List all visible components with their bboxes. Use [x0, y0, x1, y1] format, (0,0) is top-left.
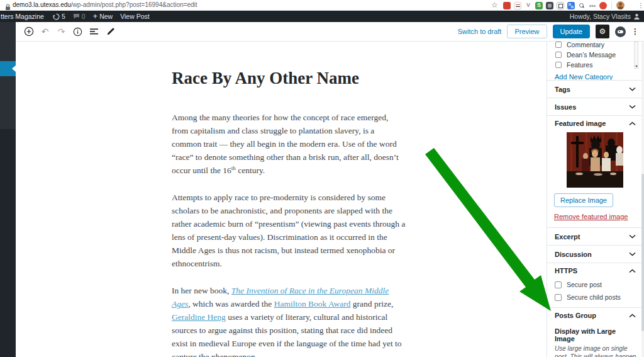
list-view-button[interactable]	[89, 26, 99, 37]
browser-profile-avatar[interactable]	[616, 1, 625, 9]
extension-icon-v[interactable]: V	[525, 2, 532, 9]
user-icon	[633, 13, 640, 20]
extension-icon-red-circle[interactable]	[599, 2, 607, 9]
update-button[interactable]: Update	[553, 25, 590, 38]
https-options: Secure postSecure child posts	[547, 278, 644, 303]
superscript-text: th	[231, 165, 236, 171]
wp-admin-bar: tters Magazine 5 0 + New View Post Howdy…	[0, 11, 644, 22]
paragraph-text: century.	[236, 166, 265, 175]
categories-panel: CommentaryDean’s MessageFeatures Add New…	[547, 42, 644, 81]
category-list-scrollbar[interactable]	[634, 42, 638, 69]
plugin-icon[interactable]	[615, 26, 626, 37]
category-list: CommentaryDean’s MessageFeatures	[547, 42, 644, 70]
category-row[interactable]: Features	[547, 60, 644, 70]
category-row[interactable]: Commentary	[547, 42, 644, 50]
extension-icon-red-square[interactable]	[503, 2, 511, 9]
scrollbar-thumb[interactable]	[641, 174, 644, 331]
excerpt-panel-header[interactable]: Excerpt	[547, 228, 644, 245]
extension-icon-blue-mosaic[interactable]	[567, 2, 575, 9]
category-label: Commentary	[567, 42, 604, 48]
category-label: Features	[567, 61, 592, 69]
https-option-row[interactable]: Secure child posts	[547, 291, 644, 303]
https-panel: HTTPS Secure postSecure child posts	[547, 263, 644, 308]
settings-sidebar: CommentaryDean’s MessageFeatures Add New…	[547, 42, 644, 357]
new-label: New	[99, 13, 113, 20]
issues-panel: Issues	[547, 98, 644, 116]
https-option-label: Secure post	[567, 281, 602, 288]
content-link[interactable]: Geraldine Heng	[172, 312, 226, 322]
paragraph-text: In her new book,	[172, 286, 231, 295]
tags-panel-header[interactable]: Tags	[547, 81, 644, 98]
edit-pencil-icon[interactable]	[105, 26, 116, 37]
undo-button[interactable]: ↶	[40, 26, 50, 37]
browser-menu-icon[interactable]: ⋮	[638, 1, 644, 10]
switch-to-draft-button[interactable]: Switch to draft	[458, 28, 502, 35]
plus-icon: +	[93, 13, 98, 20]
url-domain: demo3.la.utexas.edu	[13, 1, 71, 8]
remove-featured-image-link[interactable]: Remove featured image	[554, 213, 628, 220]
posts-group-panel-header[interactable]: Posts Group	[547, 308, 644, 323]
options-menu-icon[interactable]: ⋮	[631, 27, 639, 36]
details-info-button[interactable]	[72, 26, 83, 37]
post-paragraph[interactable]: Among the many theories for how the conc…	[172, 111, 406, 177]
large-image-setting-title: Display with Large Image	[555, 327, 636, 343]
chevron-down-icon	[629, 234, 636, 239]
post-paragraph[interactable]: In her new book, The Invention of Race i…	[172, 284, 406, 357]
posts-group-panel: Posts Group Display with Large Image Use…	[547, 308, 644, 357]
category-label: Dean’s Message	[567, 51, 616, 59]
content-link[interactable]: Hamilton Book Award	[274, 299, 351, 309]
redo-button[interactable]: ↷	[56, 26, 67, 37]
https-panel-header[interactable]: HTTPS	[547, 263, 644, 278]
post-body: Among the many theories for how the conc…	[172, 111, 406, 357]
extension-icon-s[interactable]: S	[535, 2, 543, 9]
category-row[interactable]: Dean’s Message	[547, 50, 644, 60]
comments-count: 0	[82, 13, 86, 20]
scroll-down-arrow-icon[interactable]	[635, 65, 638, 67]
comments-icon	[73, 13, 80, 20]
admin-bar-site-name[interactable]: tters Magazine	[1, 13, 44, 20]
replace-image-button[interactable]: Replace Image	[554, 193, 613, 207]
add-new-category-link[interactable]: Add New Category	[555, 73, 613, 81]
url-path: /wp-admin/post.php?post=16994&action=edi…	[71, 1, 197, 8]
https-checkbox[interactable]	[555, 281, 562, 288]
extension-icon-grid[interactable]	[557, 2, 564, 9]
https-option-row[interactable]: Secure post	[547, 278, 644, 291]
featured-image-panel-header[interactable]: Featured image	[547, 116, 644, 131]
window-scrollbar[interactable]	[641, 42, 644, 357]
chevron-up-icon	[629, 122, 636, 126]
post-paragraph[interactable]: Attempts to apply race to pre-modernity …	[172, 191, 406, 270]
extension-icon-magnifier[interactable]	[578, 2, 586, 9]
posts-group-panel-label: Posts Group	[555, 312, 596, 319]
extension-icon-stripes[interactable]	[514, 2, 521, 9]
excerpt-panel-label: Excerpt	[555, 233, 580, 241]
paragraph-text: Attempts to apply race to pre-modernity …	[172, 193, 406, 268]
tags-panel-label: Tags	[555, 86, 570, 93]
preview-button[interactable]: Preview	[507, 25, 547, 38]
howdy-text[interactable]: Howdy, Stacy Vlasits	[570, 13, 631, 20]
category-checkbox[interactable]	[555, 52, 562, 58]
https-checkbox[interactable]	[555, 294, 562, 301]
chevron-up-icon	[629, 269, 636, 273]
discussion-panel-header[interactable]: Discussion	[547, 246, 644, 263]
paragraph-text: grand prize,	[350, 299, 393, 309]
category-checkbox[interactable]	[555, 42, 562, 48]
extension-icon-dark-square[interactable]	[546, 2, 553, 9]
browser-url-bar: demo3.la.utexas.edu/wp-admin/post.php?po…	[0, 0, 644, 11]
featured-image-thumbnail[interactable]	[567, 132, 623, 188]
category-checkbox[interactable]	[555, 62, 562, 68]
settings-gear-button[interactable]: ⚙	[596, 25, 609, 38]
admin-bar-comments[interactable]: 0	[73, 13, 86, 20]
discussion-panel: Discussion	[547, 246, 644, 263]
issues-panel-header[interactable]: Issues	[547, 98, 644, 115]
bookmark-star-icon[interactable]: ☆	[491, 0, 498, 11]
extension-icon-css[interactable]: css	[589, 2, 596, 9]
admin-bar-view-post[interactable]: View Post	[120, 13, 150, 20]
excerpt-panel: Excerpt	[547, 228, 644, 246]
admin-bar-new-button[interactable]: + New	[93, 13, 113, 20]
post-title[interactable]: Race By Any Other Name	[172, 68, 406, 88]
admin-bar-updates[interactable]: 5	[53, 13, 65, 20]
address-bar[interactable]: demo3.la.utexas.edu/wp-admin/post.php?po…	[13, 1, 197, 8]
tags-panel: Tags	[547, 81, 644, 98]
admin-menu-active-item[interactable]	[0, 61, 16, 76]
add-block-button[interactable]	[23, 26, 34, 37]
